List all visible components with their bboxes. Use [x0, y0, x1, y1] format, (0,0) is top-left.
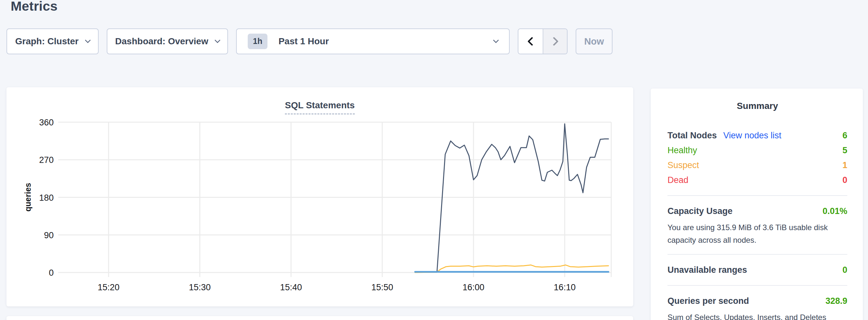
suspect-value: 1	[842, 160, 847, 170]
queries-per-second-row: Queries per second 328.9	[668, 293, 847, 308]
unavailable-ranges-label: Unavailable ranges	[668, 265, 747, 275]
next-chart-card-partial	[6, 316, 633, 320]
queries-per-second-value: 328.9	[825, 296, 847, 306]
chart-title-wrap: SQL Statements	[6, 100, 633, 115]
svg-text:15:20: 15:20	[98, 283, 120, 292]
svg-text:15:30: 15:30	[189, 283, 211, 292]
healthy-label: Healthy	[668, 146, 697, 156]
svg-text:360: 360	[39, 118, 54, 127]
queries-per-second-description: Sum of Selects, Updates, Inserts, and De…	[668, 311, 847, 320]
time-range-label: Past 1 Hour	[278, 36, 329, 46]
svg-text:270: 270	[39, 155, 54, 165]
summary-panel: Summary Total Nodes View nodes list 6 He…	[651, 89, 863, 320]
sql-statements-card: 09018027036015:2015:3015:4015:5016:0016:…	[6, 87, 633, 307]
view-nodes-list-link[interactable]: View nodes list	[723, 131, 782, 140]
svg-text:16:10: 16:10	[554, 283, 576, 292]
suspect-label: Suspect	[668, 160, 699, 170]
chevron-left-icon	[527, 37, 536, 46]
chevron-down-icon	[493, 37, 499, 43]
unavailable-ranges-row: Unavailable ranges 0	[668, 262, 847, 277]
svg-text:16:00: 16:00	[462, 283, 485, 292]
time-window-pager	[518, 28, 567, 54]
chevron-down-icon	[85, 37, 91, 43]
page-title: Metrics	[11, 0, 58, 14]
healthy-value: 5	[842, 146, 847, 156]
graph-dropdown-label: Graph: Cluster	[15, 36, 79, 46]
graph-dropdown[interactable]: Graph: Cluster	[6, 28, 99, 54]
divider	[668, 285, 847, 286]
chart-title[interactable]: SQL Statements	[285, 100, 355, 115]
svg-text:15:40: 15:40	[280, 283, 302, 292]
svg-text:15:50: 15:50	[371, 283, 393, 292]
capacity-usage-description: You are using 315.9 MiB of 3.6 TiB usabl…	[668, 221, 847, 246]
healthy-nodes-row: Healthy 5	[668, 143, 847, 158]
divider	[668, 195, 847, 196]
unavailable-ranges-value: 0	[842, 265, 847, 275]
series-dark-slate-line	[415, 124, 609, 272]
dead-nodes-row: Dead 0	[668, 172, 847, 188]
summary-title: Summary	[668, 101, 847, 111]
total-nodes-value: 6	[842, 131, 847, 140]
capacity-usage-row: Capacity Usage 0.01%	[668, 204, 847, 219]
dashboard-dropdown-label: Dashboard: Overview	[115, 36, 208, 46]
nodes-block: Total Nodes View nodes list 6 Healthy 5 …	[668, 128, 847, 188]
dead-label: Dead	[668, 175, 688, 185]
chevron-right-icon	[549, 37, 558, 46]
now-button[interactable]: Now	[576, 28, 613, 54]
total-nodes-row: Total Nodes View nodes list 6	[668, 128, 847, 143]
svg-text:90: 90	[44, 230, 54, 240]
time-next-button[interactable]	[542, 29, 567, 54]
chevron-down-icon	[214, 37, 220, 43]
y-axis-label: queries	[23, 183, 33, 212]
suspect-nodes-row: Suspect 1	[668, 158, 847, 172]
total-nodes-label: Total Nodes	[668, 131, 717, 140]
queries-per-second-label: Queries per second	[668, 296, 749, 306]
time-range-badge: 1h	[248, 34, 268, 49]
time-range-picker[interactable]: 1h Past 1 Hour	[236, 28, 510, 54]
dashboard-dropdown[interactable]: Dashboard: Overview	[107, 28, 228, 54]
dead-value: 0	[842, 175, 847, 185]
divider	[668, 254, 847, 255]
svg-text:180: 180	[39, 193, 54, 203]
capacity-usage-value: 0.01%	[823, 206, 847, 216]
sql-statements-chart: 09018027036015:2015:3015:4015:5016:0016:…	[6, 87, 633, 307]
metrics-toolbar: Graph: Cluster Dashboard: Overview 1h Pa…	[6, 28, 613, 54]
capacity-usage-label: Capacity Usage	[668, 206, 733, 216]
svg-text:0: 0	[49, 268, 54, 278]
time-prev-button[interactable]	[518, 29, 542, 54]
